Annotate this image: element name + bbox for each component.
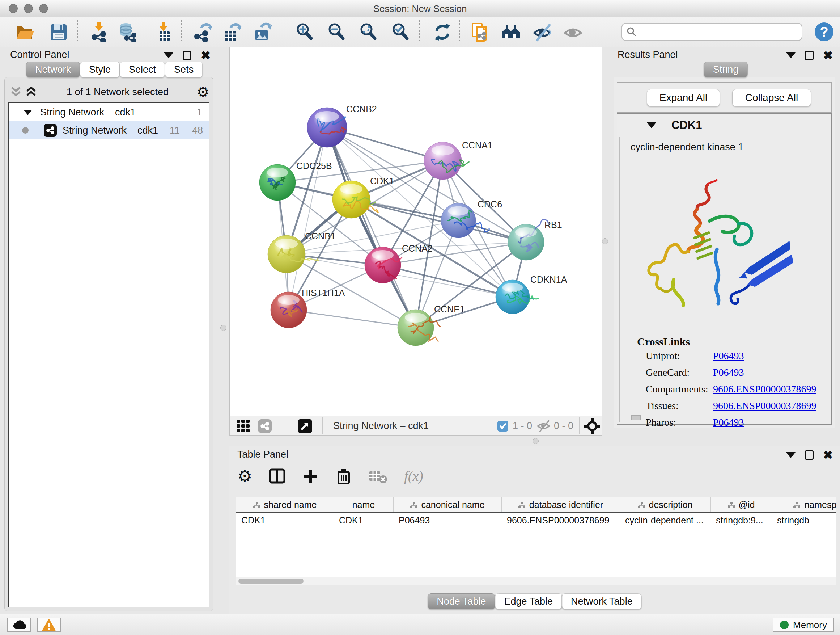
network-node-cdkn1a[interactable] [496,280,538,314]
network-canvas[interactable]: CCNB2CCNA1CDC25BCDK1CDC6RB1CCNB1CCNA2CDK… [229,47,602,416]
network-row[interactable]: String Network – cdk1 11 48 [9,121,209,139]
table-cell[interactable]: stringdb:9... [711,513,772,527]
network-options-gear-icon[interactable]: ⚙ [196,85,210,99]
table-scrollbar-thumb[interactable] [238,578,303,584]
tab-sets[interactable]: Sets [165,62,202,78]
crosslink-link[interactable]: 9606.ENSP00000378699 [713,400,816,417]
tab-network[interactable]: Network [26,62,80,78]
memory-button[interactable]: Memory [773,618,834,632]
network-node-hist1h1a[interactable] [271,292,307,328]
node-card-title: CDK1 [671,119,702,132]
delete-column-icon[interactable] [335,468,352,485]
zoom-out-icon[interactable] [327,22,347,42]
delete-table-icon[interactable] [369,468,387,485]
node-card-header[interactable]: CDK1 [617,114,831,137]
home-icon[interactable] [501,22,521,42]
control-panel-close-button[interactable]: ✖ [201,51,210,60]
cloud-status-button[interactable] [7,618,31,632]
export-table-icon[interactable] [222,22,242,42]
crosslink-link[interactable]: P06493 [713,417,744,433]
network-view-type-icon[interactable] [258,419,272,433]
crosslink-link[interactable]: P06493 [713,367,744,383]
hide-graphics-details-icon[interactable] [533,22,553,42]
right-splitter-handle[interactable] [602,238,608,244]
column-header--id[interactable]: @id [711,497,772,512]
table-row[interactable]: CDK1CDK1P064939606.ENSP00000378699cyclin… [236,513,836,527]
show-graphics-details-icon[interactable] [564,22,584,42]
tab-style[interactable]: Style [80,62,120,78]
network-node-cdk1[interactable] [332,181,378,218]
column-header-description[interactable]: description [620,497,711,512]
collapse-all-button[interactable]: Collapse All [732,89,811,106]
expand-all-icon[interactable] [24,86,39,98]
column-header-namespace[interactable]: namespace [772,497,836,512]
hidden-items-icon[interactable] [537,420,552,432]
table-options-gear-icon[interactable]: ⚙ [237,469,252,483]
table-cell[interactable]: CDK1 [236,513,334,527]
tab-edge-table[interactable]: Edge Table [495,593,562,609]
table-panel-close-button[interactable]: ✖ [823,450,833,460]
tab-select[interactable]: Select [120,62,165,78]
zoom-in-icon[interactable] [295,22,315,42]
control-panel-float-button[interactable] [183,51,191,60]
table-cell[interactable]: 9606.ENSP00000378699 [502,513,620,527]
search-field[interactable] [622,23,802,41]
zoom-fit-icon[interactable] [358,22,379,42]
network-node-ccnb2[interactable] [307,108,347,147]
save-session-icon[interactable] [49,22,69,42]
function-builder-icon[interactable]: f(x) [404,468,423,484]
column-header-name[interactable]: name [334,497,393,512]
table-cell[interactable]: CDK1 [334,513,393,527]
import-network-from-database-icon[interactable] [118,22,138,42]
control-panel-menu-button[interactable] [164,52,173,58]
results-scrollbar-thumb[interactable] [631,415,641,420]
import-network-icon[interactable] [89,22,109,42]
refresh-icon[interactable] [432,22,453,42]
left-splitter-handle[interactable] [220,325,226,331]
collapse-all-icon[interactable] [8,86,24,98]
column-header-shared-name[interactable]: shared name [236,497,334,512]
results-panel-float-button[interactable] [805,51,813,60]
import-table-icon[interactable] [153,22,174,42]
clone-network-icon[interactable] [470,22,491,42]
table-panel-float-button[interactable] [805,450,813,460]
table-panel-menu-button[interactable] [786,452,796,458]
birds-eye-view-icon[interactable] [584,418,600,434]
results-panel-menu-button[interactable] [786,52,796,58]
expand-all-button[interactable]: Expand All [647,89,720,106]
zoom-selected-icon[interactable] [391,22,411,42]
tab-string[interactable]: String [704,62,748,78]
column-header-canonical-name[interactable]: canonical name [393,497,502,512]
search-input[interactable] [640,26,797,38]
show-columns-icon[interactable] [269,468,286,485]
create-column-icon[interactable] [302,468,319,485]
detach-view-icon[interactable] [298,419,312,433]
network-node-ccna2[interactable] [365,247,402,283]
export-image-icon[interactable] [253,22,273,42]
results-panel-close-button[interactable]: ✖ [823,51,833,60]
horizontal-splitter-handle[interactable] [532,438,538,444]
table-horizontal-scrollbar[interactable] [236,577,836,585]
crosslink-link[interactable]: P06493 [713,350,744,367]
help-button[interactable]: ? [815,22,834,41]
export-network-icon[interactable] [193,22,213,42]
open-session-icon[interactable] [15,22,35,42]
grid-mode-icon[interactable] [236,419,250,433]
table-cell[interactable]: P06493 [393,513,502,527]
table-cell[interactable]: cyclin-dependent ... [620,513,711,527]
network-node-rb1[interactable] [508,219,549,260]
network-edge[interactable] [289,310,416,328]
crosslink-link[interactable]: 9606.ENSP00000378699 [713,383,816,400]
node-card-expander-icon[interactable] [647,122,656,128]
selected-items-checkbox[interactable] [497,421,508,432]
tab-network-table[interactable]: Network Table [562,593,642,609]
column-header-database-identifier[interactable]: database identifier [502,497,620,512]
table-cell[interactable]: stringdb [772,513,836,527]
tab-node-table[interactable]: Node Table [428,593,495,609]
network-node-cdc25b[interactable] [259,165,295,201]
network-edge[interactable] [289,127,327,310]
warnings-button[interactable] [37,618,61,632]
network-node-ccne1[interactable] [398,310,441,346]
collection-expander-icon[interactable] [24,110,32,115]
network-collection-row[interactable]: String Network – cdk1 1 [9,103,209,121]
